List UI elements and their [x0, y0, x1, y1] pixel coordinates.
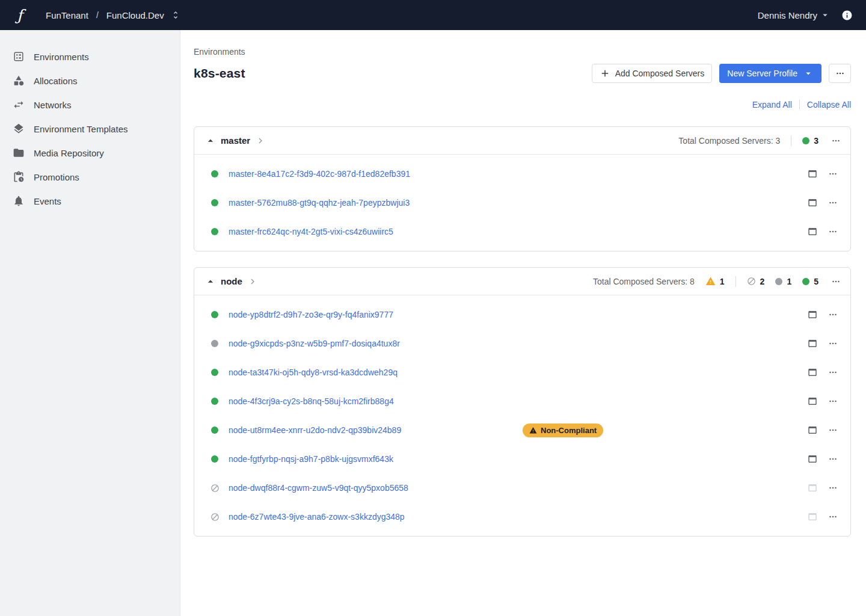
- user-menu-button[interactable]: Dennis Nendry: [758, 10, 831, 20]
- server-name-link[interactable]: master-5762mu88-gt9q-qqhz-jeah-7peypzbwj…: [229, 198, 410, 208]
- project-switcher-button[interactable]: [171, 10, 180, 20]
- collapse-group-button[interactable]: [204, 276, 216, 288]
- sidebar-item-label: Environment Templates: [34, 124, 127, 134]
- row-more-button[interactable]: [828, 168, 838, 179]
- sidebar-nav: Environments Allocations Networks Enviro…: [0, 45, 180, 213]
- console-button[interactable]: [807, 226, 818, 237]
- row-more-button[interactable]: [828, 454, 838, 464]
- breadcrumb-project[interactable]: FunCloud.Dev: [106, 10, 164, 20]
- more-icon: [831, 135, 841, 146]
- console-icon: [807, 197, 818, 208]
- running-count: 5: [802, 277, 818, 286]
- group-more-button[interactable]: [831, 276, 841, 287]
- sidebar-item-allocations[interactable]: Allocations: [0, 69, 180, 93]
- server-rows: node-yp8dtrf2-d9h7-zo3e-qr9y-fq4fanix977…: [194, 295, 850, 536]
- non-compliant-badge: Non-Compliant: [523, 424, 603, 437]
- sidebar-item-events[interactable]: Events: [0, 189, 180, 213]
- server-name-link[interactable]: master-frc624qc-ny4t-2gt5-vixi-cs4z6uwii…: [229, 227, 393, 236]
- console-button[interactable]: [807, 309, 818, 320]
- new-server-profile-label: New Server Profile: [727, 69, 797, 78]
- row-more-button[interactable]: [828, 511, 838, 522]
- more-icon: [835, 68, 846, 79]
- running-status-icon: [211, 427, 218, 434]
- server-row: master-5762mu88-gt9q-qqhz-jeah-7peypzbwj…: [194, 188, 850, 217]
- warning-icon: [705, 276, 716, 286]
- sidebar-item-networks[interactable]: Networks: [0, 93, 180, 117]
- server-name-link[interactable]: master-8e4a17c2-f3d9-402c-987d-f1ed82efb…: [229, 169, 410, 179]
- expand-collapse-row: Expand All Collapse All: [194, 99, 851, 111]
- console-button[interactable]: [807, 454, 818, 464]
- warning-count-value: 1: [720, 277, 725, 286]
- sidebar-item-environment-templates[interactable]: Environment Templates: [0, 117, 180, 141]
- more-icon: [828, 168, 838, 179]
- row-more-button[interactable]: [828, 425, 838, 436]
- server-row: node-4f3crj9a-cy2s-b8nq-58uj-kcm2firb88g…: [194, 387, 850, 416]
- brand-logo[interactable]: ƒ: [12, 7, 28, 24]
- stopped-count: 1: [775, 277, 791, 286]
- server-name-link[interactable]: node-4f3crj9a-cy2s-b8nq-58uj-kcm2firb88g…: [229, 396, 394, 406]
- collapse-group-button[interactable]: [204, 135, 216, 147]
- sidebar-item-environments[interactable]: Environments: [0, 45, 180, 69]
- sidebar-item-media-repository[interactable]: Media Repository: [0, 141, 180, 165]
- link-divider: [799, 100, 800, 109]
- breadcrumb-tenant[interactable]: FunTenant: [46, 10, 88, 20]
- blocked-count: 2: [747, 277, 765, 286]
- expand-all-link[interactable]: Expand All: [752, 100, 792, 109]
- server-name-link[interactable]: node-g9xicpds-p3nz-w5b9-pmf7-dosiqa4tux8…: [229, 339, 400, 348]
- row-actions: [807, 454, 838, 464]
- row-more-button[interactable]: [828, 226, 838, 237]
- row-more-button[interactable]: [828, 396, 838, 407]
- server-name-link[interactable]: node-ta3t47ki-oj5h-qdy8-vrsd-ka3dcdweh29…: [229, 368, 398, 377]
- group-more-button[interactable]: [831, 135, 841, 146]
- console-icon: [807, 482, 818, 493]
- row-actions: [807, 425, 838, 436]
- unfold-more-icon: [171, 10, 180, 20]
- console-button[interactable]: [807, 396, 818, 407]
- info-button[interactable]: [841, 10, 853, 21]
- sidebar-item-label: Allocations: [34, 76, 78, 86]
- server-row: node-ta3t47ki-oj5h-qdy8-vrsd-ka3dcdweh29…: [194, 358, 850, 387]
- collapse-all-link[interactable]: Collapse All: [807, 100, 851, 109]
- server-row: master-frc624qc-ny4t-2gt5-vixi-cs4z6uwii…: [194, 217, 850, 246]
- console-button[interactable]: [807, 482, 818, 493]
- new-server-profile-button[interactable]: New Server Profile: [719, 64, 821, 83]
- row-actions: [807, 338, 838, 349]
- title-row: k8s-east Add Composed Servers New Server…: [194, 64, 851, 83]
- running-count: 3: [802, 136, 818, 146]
- server-row: node-yp8dtrf2-d9h7-zo3e-qr9y-fq4fanix977…: [194, 300, 850, 329]
- server-name-link[interactable]: node-fgtfyrbp-nqsj-a9h7-p8bk-ujgsvmxf643…: [229, 454, 393, 464]
- row-more-button[interactable]: [828, 338, 838, 349]
- page-more-button[interactable]: [829, 64, 851, 83]
- server-name-link[interactable]: node-yp8dtrf2-d9h7-zo3e-qr9y-fq4fanix977…: [229, 310, 393, 319]
- collapse-icon: [204, 135, 216, 147]
- console-button[interactable]: [807, 168, 818, 179]
- row-more-button[interactable]: [828, 482, 838, 493]
- console-button[interactable]: [807, 338, 818, 349]
- server-name-link[interactable]: node-dwqf88r4-cgwm-zuw5-v9qt-qyy5pxob565…: [229, 483, 408, 493]
- more-icon: [828, 482, 838, 493]
- add-composed-servers-button[interactable]: Add Composed Servers: [592, 64, 713, 83]
- more-icon: [831, 276, 841, 287]
- row-actions: [807, 226, 838, 237]
- console-button[interactable]: [807, 197, 818, 208]
- group-name: node: [221, 276, 242, 286]
- console-button[interactable]: [807, 425, 818, 436]
- row-more-button[interactable]: [828, 309, 838, 320]
- running-count-value: 3: [814, 136, 818, 146]
- group-name: master: [221, 135, 250, 146]
- group-link-button[interactable]: [247, 276, 258, 287]
- row-more-button[interactable]: [828, 197, 838, 208]
- server-name-link[interactable]: node-6z7wte43-9jve-ana6-zowx-s3kkzdyg348…: [229, 512, 405, 522]
- server-name-link[interactable]: node-ut8rm4ee-xnrr-u2do-ndv2-qp39biv24b8…: [229, 425, 401, 435]
- row-more-button[interactable]: [828, 367, 838, 378]
- server-rows: master-8e4a17c2-f3d9-402c-987d-f1ed82efb…: [194, 155, 850, 251]
- environment-templates-icon: [13, 123, 25, 135]
- media-repository-icon: [13, 147, 25, 159]
- blocked-status-icon: [210, 513, 220, 522]
- sidebar-item-label: Environments: [34, 52, 89, 62]
- group-link-button[interactable]: [255, 135, 266, 146]
- console-button[interactable]: [807, 511, 818, 522]
- running-status-icon: [211, 398, 218, 405]
- console-button[interactable]: [807, 367, 818, 378]
- sidebar-item-promotions[interactable]: Promotions: [0, 165, 180, 189]
